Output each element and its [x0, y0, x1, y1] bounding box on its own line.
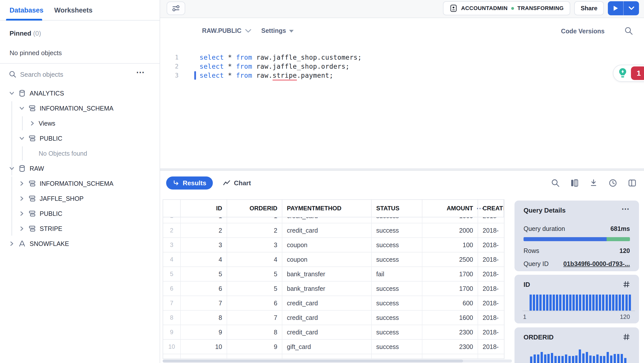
table-cell[interactable]: success — [372, 340, 422, 354]
chevron-down-icon[interactable] — [9, 165, 15, 172]
table-cell[interactable]: success — [372, 325, 422, 339]
column-header-orderid[interactable]: ORDERID — [227, 200, 282, 217]
table-cell[interactable]: 7 — [181, 296, 227, 310]
table-cell[interactable]: 2 — [181, 223, 227, 237]
table-cell[interactable]: credit_card — [282, 296, 372, 310]
table-cell[interactable]: 2500 — [422, 252, 478, 266]
table-cell[interactable]: 5 — [181, 267, 227, 281]
results-search-icon[interactable] — [551, 178, 561, 188]
table-row[interactable]: 555bank_transferfail17002018- — [163, 267, 504, 282]
copilot-hint-pill[interactable]: 1 — [613, 65, 644, 82]
tab-worksheets[interactable]: Worksheets — [54, 7, 93, 14]
table-cell[interactable]: 1 — [181, 217, 227, 223]
table-cell[interactable]: credit_card — [282, 311, 372, 325]
chevron-down-icon[interactable] — [9, 90, 15, 97]
table-cell[interactable]: 2018- — [478, 282, 504, 296]
table-cell[interactable]: success — [372, 282, 422, 296]
table-cell[interactable]: 7 — [227, 311, 282, 325]
row-number[interactable]: 4 — [163, 252, 181, 266]
table-cell[interactable]: success — [372, 238, 422, 252]
table-cell[interactable]: success — [372, 296, 422, 310]
code-line-2[interactable]: 2select * from raw.jaffle_shop.orders; — [160, 62, 644, 71]
tree-item-jaffle-shop[interactable]: JAFFLE_SHOP — [0, 191, 160, 206]
table-cell[interactable]: 1600 — [422, 311, 478, 325]
row-number[interactable]: 3 — [163, 238, 181, 252]
row-number[interactable]: 2 — [163, 223, 181, 237]
search-input[interactable] — [20, 69, 131, 80]
table-cell[interactable]: success — [372, 252, 422, 266]
table-cell[interactable]: 6 — [227, 296, 282, 310]
query-id-link[interactable]: 01b349f6-0000-d793-... — [563, 260, 630, 267]
column-header-amount[interactable]: AMOUNT — [422, 200, 478, 217]
table-cell[interactable]: fail — [372, 267, 422, 281]
column-header-paymentmethod[interactable]: PAYMENTMETHOD — [282, 200, 372, 217]
table-cell[interactable] — [422, 354, 478, 358]
code-versions-button[interactable]: Code Versions — [561, 28, 605, 35]
tree-item-public[interactable]: PUBLIC — [0, 206, 160, 221]
table-row[interactable]: 665bank_transfersuccess17002018- — [163, 282, 504, 296]
table-cell[interactable]: success — [372, 311, 422, 325]
table-row[interactable]: 111credit_cardsuccess10002018- — [163, 217, 504, 223]
numeric-column-icon[interactable] — [622, 280, 630, 288]
numeric-column-icon[interactable] — [622, 333, 630, 341]
row-number[interactable]: 6 — [163, 282, 181, 296]
sql-editor[interactable]: 1select * from raw.jaffle_shop.customers… — [160, 53, 644, 80]
history-clock-icon[interactable] — [608, 178, 618, 188]
chevron-down-icon[interactable] — [19, 135, 25, 142]
column-header-status[interactable]: STATUS — [372, 200, 422, 217]
table-cell[interactable]: 2018- — [478, 340, 504, 354]
table-row[interactable]: 10109gift_cardsuccess23002018- — [163, 340, 504, 354]
search-more-icon[interactable]: ⋯ — [136, 67, 145, 77]
column-header-rownum[interactable] — [163, 200, 181, 217]
table-cell[interactable]: credit_card — [282, 223, 372, 237]
chevron-right-icon[interactable] — [19, 180, 25, 187]
query-details-more-icon[interactable]: ⋯ — [621, 204, 630, 214]
tree-item-views[interactable]: Views — [0, 116, 160, 131]
tree-item-analytics[interactable]: ANALYTICS — [0, 86, 160, 101]
column-menu-icon[interactable]: ⋯ — [476, 204, 484, 213]
table-cell[interactable]: 2018- — [478, 217, 504, 223]
table-cell[interactable]: credit_card — [282, 217, 372, 223]
id-histogram[interactable] — [523, 291, 635, 311]
code-line-3[interactable]: 3select * from raw.stripe.payment; — [160, 71, 644, 80]
table-cell[interactable]: 1000 — [422, 217, 478, 223]
code-line-1[interactable]: 1select * from raw.jaffle_shop.customers… — [160, 53, 644, 62]
columns-icon[interactable] — [570, 178, 580, 188]
table-cell[interactable]: success — [372, 217, 422, 223]
tree-item-information-schema[interactable]: INFORMATION_SCHEMA — [0, 176, 160, 191]
horizontal-scrollbar[interactable] — [163, 359, 512, 362]
table-row[interactable]: 444couponsuccess25002018- — [163, 252, 504, 267]
table-cell[interactable]: 8 — [181, 311, 227, 325]
table-cell[interactable]: 5 — [227, 282, 282, 296]
table-row[interactable]: 998credit_cardsuccess23002018- — [163, 325, 504, 340]
table-cell[interactable]: 10 — [181, 340, 227, 354]
table-cell[interactable]: 2 — [227, 223, 282, 237]
table-cell[interactable] — [372, 354, 422, 358]
split-panel-icon[interactable] — [627, 178, 637, 188]
filters-button[interactable] — [167, 2, 185, 15]
table-cell[interactable]: bank_transfer — [282, 267, 372, 281]
tree-item-stripe[interactable]: STRIPE — [0, 221, 160, 236]
table-cell[interactable]: 2018- — [478, 311, 504, 325]
row-number[interactable]: 1 — [163, 217, 181, 223]
table-cell[interactable]: 1700 — [422, 267, 478, 281]
table-cell[interactable]: 2018- — [478, 325, 504, 339]
table-cell[interactable]: 6 — [181, 282, 227, 296]
chevron-right-icon[interactable] — [19, 225, 25, 232]
table-cell[interactable]: 2300 — [422, 325, 478, 339]
column-header-id[interactable]: ID — [181, 200, 227, 217]
table-cell[interactable]: 2018- — [478, 267, 504, 281]
table-row[interactable]: 333couponsuccess1002018- — [163, 238, 504, 252]
chevron-down-icon[interactable] — [19, 105, 25, 112]
row-number[interactable]: 8 — [163, 311, 181, 325]
download-icon[interactable] — [589, 178, 599, 188]
table-cell[interactable]: success — [372, 223, 422, 237]
table-cell[interactable]: coupon — [282, 252, 372, 266]
table-cell[interactable]: 5 — [227, 267, 282, 281]
table-cell[interactable]: gift_card — [282, 340, 372, 354]
table-cell[interactable]: 2000 — [422, 223, 478, 237]
table-cell[interactable]: 2018- — [478, 223, 504, 237]
row-number[interactable]: 10 — [163, 340, 181, 354]
tree-item-public[interactable]: PUBLIC — [0, 131, 160, 146]
chevron-right-icon[interactable] — [19, 210, 25, 217]
